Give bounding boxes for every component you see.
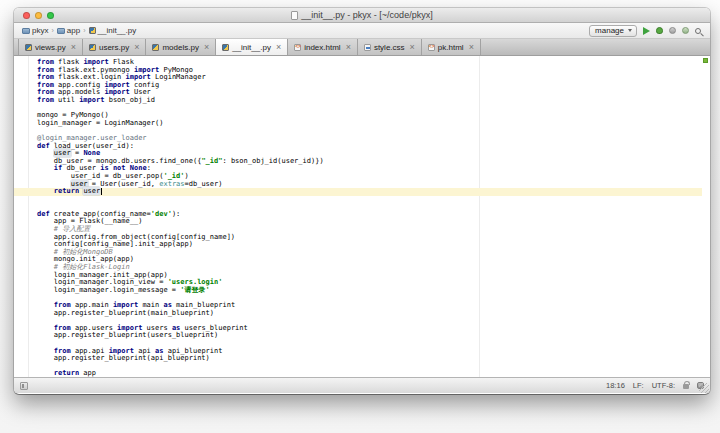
tab-users.py[interactable]: users.py× [83, 39, 147, 55]
chevron-down-icon [628, 29, 632, 32]
breadcrumb-item-pkyx[interactable]: pkyx [20, 26, 50, 35]
code-token: extras [159, 180, 184, 188]
breadcrumb-label: app [67, 26, 80, 35]
close-icon[interactable]: × [410, 43, 415, 51]
code-token: return [54, 187, 79, 195]
toolwindow-toggle-icon[interactable] [20, 382, 28, 390]
code-line[interactable]: user = User(user_id, extras=db_user) [14, 181, 702, 189]
code-line[interactable]: return app [14, 370, 702, 377]
run-toolbar: manage [589, 25, 704, 37]
code-token: app.register_blueprint(users_blueprint) [37, 331, 218, 339]
breadcrumb-separator: › [51, 27, 53, 34]
close-icon[interactable]: × [204, 43, 209, 51]
code-line[interactable]: app = Flask(__name__) [14, 218, 702, 226]
close-icon[interactable]: × [134, 43, 139, 51]
minimize-window-button[interactable] [35, 12, 42, 19]
code-line[interactable]: login_manager = LoginManager() [14, 120, 702, 128]
code-editor[interactable]: from flask import Flaskfrom flask.ext.py… [14, 56, 710, 377]
python-file-icon [89, 27, 96, 34]
folder-icon [22, 28, 30, 34]
html-file-icon [428, 44, 435, 51]
code-token [37, 369, 54, 377]
html-file-icon [294, 44, 301, 51]
run-configuration-select[interactable]: manage [589, 25, 637, 37]
code-token: "_id" [201, 157, 222, 165]
css-file-icon [364, 44, 371, 51]
tab-pk.html[interactable]: pk.html× [422, 39, 481, 55]
caret-position[interactable]: 18:16 [606, 381, 625, 390]
folder-icon [57, 28, 65, 34]
tab-label: __init__.py [232, 43, 271, 52]
debug-icon[interactable] [656, 27, 663, 34]
run-icon[interactable] [643, 27, 650, 35]
title-bar[interactable]: __init__.py - pkyx - [~/code/pkyx] [14, 8, 710, 23]
code-token: app [79, 369, 96, 377]
close-icon[interactable]: × [346, 43, 351, 51]
code-token: login_manager = LoginManager() [37, 119, 163, 127]
tab-label: users.py [99, 43, 129, 52]
zoom-window-button[interactable] [47, 12, 54, 19]
inspection-status-indicator[interactable] [703, 58, 708, 63]
code-line[interactable]: from util import bson_obj_id [14, 97, 702, 105]
editor-tab-bar: views.py×users.py×models.py×__init__.py×… [14, 39, 710, 56]
code-token [37, 187, 54, 195]
rerun-icon[interactable] [682, 27, 689, 34]
tab-models.py[interactable]: models.py× [146, 39, 216, 55]
code-token: =db_user) [185, 180, 223, 188]
py-file-icon [89, 44, 96, 51]
code-line[interactable]: app.register_blueprint(users_blueprint) [14, 332, 702, 340]
text-caret [101, 188, 102, 195]
navigation-bar: pkyx›app›__init__.py manage [14, 23, 710, 39]
line-separator-indicator[interactable]: LF: [633, 381, 644, 390]
tab-label: style.css [374, 43, 405, 52]
code-line[interactable] [14, 196, 702, 204]
breadcrumb-label: pkyx [32, 26, 48, 35]
tab-label: views.py [35, 43, 66, 52]
lock-icon[interactable] [683, 384, 689, 389]
py-file-icon [222, 44, 229, 51]
code-token: ): [172, 210, 180, 218]
traffic-lights [23, 12, 54, 19]
window-title: __init__.py - pkyx - [~/code/pkyx] [291, 10, 432, 20]
pycharm-window: __init__.py - pkyx - [~/code/pkyx] pkyx›… [14, 8, 710, 394]
code-line[interactable] [14, 363, 702, 371]
tab-style.css[interactable]: style.css× [358, 39, 422, 55]
code-token: util [54, 96, 79, 104]
code-line[interactable]: return user [14, 188, 702, 196]
search-icon[interactable] [695, 28, 701, 34]
tab-label: index.html [304, 43, 340, 52]
encoding-indicator[interactable]: UTF-8: [652, 381, 675, 390]
breadcrumb-label: __init__.py [98, 26, 137, 35]
code-token: 'dev' [151, 210, 172, 218]
code-line[interactable] [14, 105, 702, 113]
breadcrumb-item-app[interactable]: app [55, 26, 82, 35]
run-configuration-label: manage [595, 26, 624, 35]
status-bar: 18:16 LF: UTF-8: [14, 377, 710, 393]
breadcrumb-item-__init__.py[interactable]: __init__.py [87, 26, 139, 35]
code-area[interactable]: from flask import Flaskfrom flask.ext.py… [14, 59, 702, 377]
tab-index.html[interactable]: index.html× [288, 39, 358, 55]
tab-views.py[interactable]: views.py× [18, 39, 83, 55]
code-line[interactable]: app.register_blueprint(api_blueprint) [14, 355, 702, 363]
py-file-icon [152, 44, 159, 51]
desktop-background: __init__.py - pkyx - [~/code/pkyx] pkyx›… [0, 0, 720, 433]
code-token: import [79, 96, 104, 104]
close-icon[interactable]: × [469, 43, 474, 51]
tab-label: pk.html [438, 43, 464, 52]
code-token: user [83, 187, 100, 195]
coverage-icon[interactable] [669, 27, 676, 34]
code-token: app.register_blueprint(main_blueprint) [37, 309, 214, 317]
code-token: from [37, 96, 54, 104]
tab-__init__.py[interactable]: __init__.py× [216, 39, 288, 55]
code-line[interactable]: def load_user(user_id): [14, 143, 702, 151]
code-token: '请登录' [180, 286, 209, 294]
code-token: : bson_obj_id(user_id)}) [222, 157, 323, 165]
code-line[interactable]: login_manager.login_message = '请登录' [14, 287, 702, 295]
py-file-icon [25, 44, 32, 51]
close-window-button[interactable] [23, 12, 30, 19]
code-line[interactable]: config[config_name].init_app(app) [14, 241, 702, 249]
resize-grip[interactable] [699, 383, 709, 393]
code-line[interactable]: app.register_blueprint(main_blueprint) [14, 310, 702, 318]
close-icon[interactable]: × [71, 43, 76, 51]
close-icon[interactable]: × [276, 43, 281, 51]
